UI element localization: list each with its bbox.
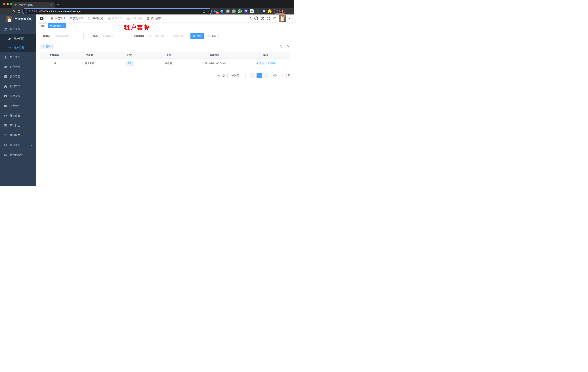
sidebar-menu: 租户管理 租户列表 租户套餐 用户管理 xyxy=(0,24,36,160)
browser-tab[interactable]: 芋道管理系统 × xyxy=(11,2,55,8)
sidebar-item-label: 菜单管理 xyxy=(10,75,20,78)
sidebar-menu-item[interactable]: 审计日志 xyxy=(0,121,36,130)
top-nav-label: 基础设施 xyxy=(93,17,103,20)
edit-label: 修改 xyxy=(259,62,264,65)
sidebar-menu-item[interactable]: 字典管理 xyxy=(0,101,36,111)
package-name-input[interactable] xyxy=(53,33,84,39)
search-form: 套餐名 状态 请选择状态 创建时间 开始日期 - 结束日期 xyxy=(43,33,290,39)
sidebar-menu-item[interactable]: 在线用户 xyxy=(0,130,36,140)
top-nav-item[interactable]: ¥ 支付管理 xyxy=(68,14,86,22)
tampermonkey-extension-icon[interactable]: 10 xyxy=(214,10,218,13)
sidebar-menu-item[interactable]: 菜单管理 xyxy=(0,72,36,82)
sidebar-menu-item[interactable]: 短信管理 xyxy=(0,140,36,150)
next-page-button[interactable] xyxy=(263,73,268,78)
emoji-extension-icon[interactable] xyxy=(268,10,272,13)
avatar-caret-icon[interactable] xyxy=(288,18,290,20)
share-icon[interactable] xyxy=(203,10,205,13)
user-avatar[interactable] xyxy=(279,15,286,22)
app-logo[interactable]: 芋道管理系统 xyxy=(0,14,36,23)
y-extension-icon[interactable] xyxy=(238,10,242,13)
favicon-sprout-icon xyxy=(14,3,17,6)
pagination: 共 1 条 10条/页 1 前往 页 xyxy=(40,73,290,78)
sidebar-menu-item[interactable]: 岗位管理 xyxy=(0,91,36,101)
table-body: 111 普通套餐 开启 小功能 2022-02-22 00:54:00 xyxy=(40,58,290,68)
status-select[interactable]: 请选择状态 xyxy=(100,33,130,39)
search-icon[interactable] xyxy=(248,17,252,20)
end-date-placeholder[interactable]: 结束日期 xyxy=(170,34,186,38)
page-tag[interactable]: 首页 × xyxy=(39,23,47,28)
back-button[interactable]: ← xyxy=(1,9,6,14)
table-header-cell: 套餐编号 xyxy=(40,52,69,58)
sidebar-menu-item[interactable]: 错误码管理 xyxy=(0,150,36,160)
forward-button[interactable]: → xyxy=(6,9,11,14)
refresh-icon: ↻ xyxy=(208,35,210,37)
delete-link[interactable]: 删除 xyxy=(267,62,275,65)
font-size-icon[interactable]: тT xyxy=(273,17,276,20)
fullscreen-icon[interactable] xyxy=(267,17,270,20)
search-button[interactable]: 搜索 xyxy=(190,33,204,39)
site-info-icon[interactable] xyxy=(25,10,27,13)
top-nav-label: 系统管理 xyxy=(55,17,65,20)
page-content: 套餐名 状态 请选择状态 创建时间 开始日期 - 结束日期 xyxy=(36,29,294,78)
reset-button[interactable]: ↻ 重置 xyxy=(206,33,219,39)
puzzle-extension-icon[interactable] xyxy=(262,10,266,13)
refresh-table-button[interactable]: ↻ xyxy=(285,44,290,49)
reload-button[interactable]: ↻ xyxy=(11,9,16,14)
top-nav-item[interactable]: 研发工具 xyxy=(105,14,125,22)
page-number-1[interactable]: 1 xyxy=(257,73,262,78)
home-button[interactable] xyxy=(16,9,21,14)
briefcase-icon xyxy=(127,17,130,20)
dashboard-icon xyxy=(147,17,149,20)
sidebar-menu-item[interactable]: 通知公告 xyxy=(0,111,36,121)
shield-extension-icon[interactable] xyxy=(244,10,248,13)
status-cell: 开启 xyxy=(110,58,149,68)
top-nav-item[interactable]: 工作流程 xyxy=(125,14,144,22)
sidebar-menu-item[interactable]: 部门管理 xyxy=(0,82,36,91)
bookmark-star-icon[interactable]: ☆ xyxy=(207,10,209,13)
date-range-picker[interactable]: 开始日期 - 结束日期 xyxy=(146,33,188,39)
url-bar[interactable]: 127.0.0.1:48080/admin-ui/system/tenant/p… xyxy=(22,9,211,14)
github-icon[interactable] xyxy=(254,16,258,20)
sidebar-collapse-icon[interactable] xyxy=(39,15,45,21)
star-extension-icon[interactable] xyxy=(256,10,260,13)
sidebar-menu-item[interactable]: 角色管理 xyxy=(0,62,36,72)
extension-badge: 10 xyxy=(216,12,219,14)
command-extension-icon[interactable] xyxy=(226,10,230,13)
help-icon[interactable] xyxy=(261,17,264,20)
sidebar-menu-item[interactable]: 租户套餐 xyxy=(0,43,36,52)
page-tag[interactable]: 租户套餐 × xyxy=(48,23,66,28)
browser-update-button[interactable]: 更新 xyxy=(274,9,285,14)
sidebar-menu-item[interactable]: 租户列表 xyxy=(0,34,36,43)
sidebar-item-label: 用户管理 xyxy=(10,55,20,59)
toggle-search-button[interactable] xyxy=(278,44,283,49)
goto-page-input[interactable] xyxy=(279,73,287,78)
prev-page-button[interactable] xyxy=(250,73,255,78)
date-separator: - xyxy=(168,35,169,37)
top-nav-item[interactable]: 基础设施 xyxy=(86,14,105,22)
zoom-window-button[interactable] xyxy=(10,3,12,5)
sidebar-item-label: 租户管理 xyxy=(10,28,20,31)
start-date-placeholder[interactable]: 开始日期 xyxy=(152,34,167,38)
close-window-button[interactable] xyxy=(3,3,5,5)
tag-close-icon[interactable]: × xyxy=(63,24,64,27)
edit-link[interactable]: 修改 xyxy=(256,62,264,65)
top-nav-label: 统计报表 xyxy=(151,17,161,20)
online-user-icon xyxy=(4,134,7,137)
record-extension-icon[interactable] xyxy=(232,10,236,13)
sidebar-menu-item[interactable]: 用户管理 xyxy=(0,52,36,62)
new-tab-button[interactable]: + xyxy=(57,3,59,8)
gem-extension-icon[interactable] xyxy=(220,10,224,13)
page-unit-label: 页 xyxy=(288,74,290,77)
chat-extension-icon[interactable] xyxy=(250,10,254,13)
browser-menu-icon[interactable] xyxy=(282,10,283,12)
shield-check-icon xyxy=(4,144,7,147)
page-size-select[interactable]: 10条/页 xyxy=(227,73,246,78)
top-nav-item[interactable]: 系统管理 xyxy=(48,14,68,22)
tab-close-icon[interactable]: × xyxy=(50,3,53,6)
users-icon xyxy=(4,65,7,68)
minimize-window-button[interactable] xyxy=(7,3,9,5)
add-button[interactable]: ＋ 新增 xyxy=(40,44,52,49)
top-nav-item[interactable]: 统计报表 xyxy=(144,14,164,22)
actions-cell: 修改 删除 xyxy=(241,58,290,68)
sidebar-menu-item[interactable]: 租户管理 xyxy=(0,24,36,34)
